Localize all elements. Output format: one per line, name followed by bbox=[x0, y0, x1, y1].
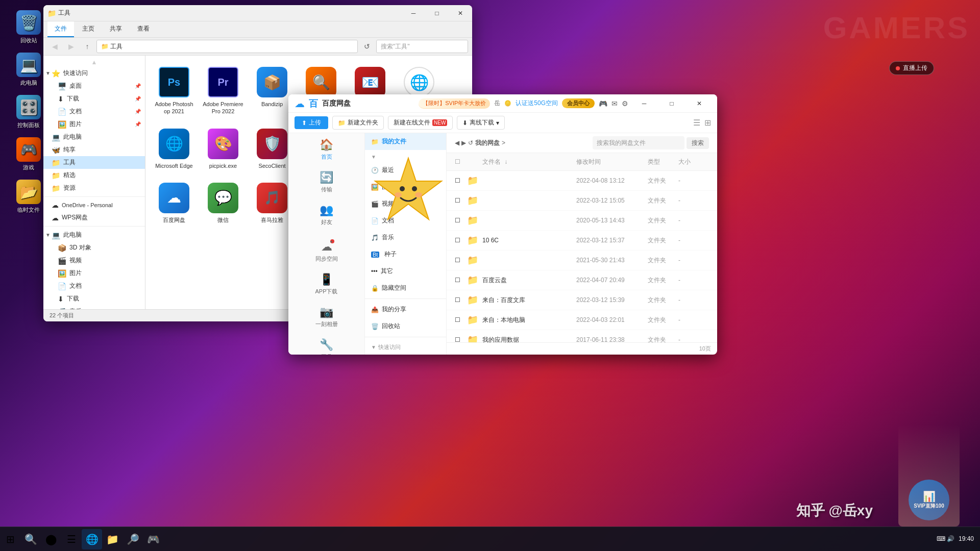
sidebar-resources[interactable]: 📁 资源 bbox=[43, 182, 145, 194]
search-app-taskbar[interactable]: 🔎 bbox=[122, 529, 143, 549]
desktop-icon-recycle[interactable]: 🗑️ 回收站 bbox=[10, 10, 47, 44]
sidebar-videos[interactable]: 🎬 视频 bbox=[43, 254, 145, 267]
select-all-checkbox[interactable]: ☐ bbox=[455, 158, 463, 165]
sidebar-this-pc[interactable]: 💻 此电脑 bbox=[43, 131, 145, 143]
file-row-5[interactable]: ☐ 📁 2021-05-30 21:43 文件夹 - bbox=[447, 251, 717, 270]
up-button[interactable]: ↑ bbox=[80, 40, 94, 53]
baidu-ad-text[interactable]: 【限时】SVIP年卡大放价 bbox=[419, 98, 490, 109]
sidebar-tools[interactable]: 📁 工具 bbox=[43, 156, 145, 169]
sidebar-documents-2[interactable]: 📄 文档 bbox=[43, 280, 145, 292]
download-button[interactable]: ⬇ 离线下载 ▾ bbox=[457, 116, 505, 130]
file-row-9[interactable]: ☐ 📁 我的应用数据 2017-06-11 23:38 文件夹 - bbox=[447, 330, 717, 342]
sidebar-wps-network[interactable]: ☁ WPS网盘 bbox=[43, 211, 145, 224]
tab-share[interactable]: 共享 bbox=[103, 21, 129, 37]
online-create-button[interactable]: 新建在线文件 NEW bbox=[388, 116, 453, 130]
search-button[interactable]: 搜索 bbox=[687, 137, 709, 149]
desktop-icon-games[interactable]: 🎮 游戏 bbox=[10, 137, 47, 171]
sort-icon[interactable]: ↓ bbox=[504, 158, 507, 165]
file-checkbox-8[interactable]: ☐ bbox=[455, 316, 463, 323]
baidu-game-icon[interactable]: 🎮 bbox=[599, 99, 607, 108]
start-button[interactable]: ⊞ bbox=[0, 529, 20, 549]
sidebar-music[interactable]: 🎵 音乐 bbox=[43, 305, 145, 309]
desktop-icon-pc[interactable]: 💻 此电脑 bbox=[10, 53, 47, 87]
file-item-bandizip[interactable]: 📦 Bandizip bbox=[250, 62, 295, 119]
maximize-button[interactable]: □ bbox=[425, 5, 449, 21]
breadcrumb-refresh[interactable]: ↺ bbox=[468, 139, 473, 146]
sidebar-desktop[interactable]: 🖥️ 桌面 📌 bbox=[43, 80, 145, 92]
file-row-6[interactable]: ☐ 📁 百度云盘 2022-04-07 20:49 文件夹 - bbox=[447, 270, 717, 290]
close-button[interactable]: ✕ bbox=[449, 5, 472, 21]
file-item-ximalaya[interactable]: 🎵 喜马拉雅 bbox=[250, 178, 295, 228]
minimize-button[interactable]: ─ bbox=[402, 5, 425, 21]
baidu-close[interactable]: ✕ bbox=[688, 95, 711, 112]
sidebar-downloads-2[interactable]: ⬇ 下载 bbox=[43, 292, 145, 305]
baidu-nav-app[interactable]: 📱 APP下载 bbox=[288, 268, 364, 300]
left-other[interactable]: ••• 其它 bbox=[365, 263, 446, 280]
tab-home[interactable]: 主页 bbox=[75, 21, 102, 37]
file-checkbox-1[interactable]: ☐ bbox=[455, 177, 463, 184]
file-item-picpick[interactable]: 🎨 picpick.exe bbox=[201, 123, 246, 173]
sidebar-chunjing[interactable]: 🦋 纯享 bbox=[43, 143, 145, 156]
file-item-seco[interactable]: 🛡️ SecoClient bbox=[250, 123, 295, 173]
new-folder-button[interactable]: 📁 新建文件夹 bbox=[332, 116, 384, 130]
widgets-button[interactable]: ☰ bbox=[61, 529, 82, 549]
baidu-search-bar[interactable]: 搜索我的网盘文件 bbox=[593, 136, 684, 149]
sidebar-quick-access[interactable]: ▼ ⭐ 快速访问 bbox=[43, 67, 145, 80]
file-checkbox-4[interactable]: ☐ bbox=[455, 237, 463, 244]
file-item-wechat[interactable]: 💬 微信 bbox=[201, 178, 246, 228]
sidebar-onedrive[interactable]: ☁ OneDrive - Personal bbox=[43, 199, 145, 211]
file-row-4[interactable]: ☐ 📁 10 6C 2022-03-12 15:37 文件夹 - bbox=[447, 231, 717, 251]
baidu-certify[interactable]: 认证送50G空间 bbox=[516, 99, 558, 108]
left-share[interactable]: 📤 我的分享 bbox=[365, 301, 446, 318]
file-checkbox-9[interactable]: ☐ bbox=[455, 336, 463, 342]
sidebar-documents[interactable]: 📄 文档 📌 bbox=[43, 105, 145, 118]
baidu-nav-sync[interactable]: ☁● 同步空间 bbox=[288, 235, 364, 268]
file-checkbox-7[interactable]: ☐ bbox=[455, 296, 463, 304]
file-row-1[interactable]: ☐ 📁 2022-04-08 13:12 文件夹 - bbox=[447, 171, 717, 191]
baidu-nav-home[interactable]: 🏠 首页 bbox=[288, 133, 364, 166]
edge-taskbar-icon[interactable]: 🌐 bbox=[82, 529, 102, 549]
file-row-7[interactable]: ☐ 📁 来自：百度文库 2022-03-12 15:39 文件夹 - bbox=[447, 290, 717, 310]
file-row-8[interactable]: ☐ 📁 来自：本地电脑 2022-04-03 22:01 文件夹 - bbox=[447, 310, 717, 330]
file-item-adobe-pr[interactable]: Pr Adobe Premiere Pro 2022 bbox=[201, 62, 246, 119]
baidu-settings-icon[interactable]: ⚙ bbox=[622, 99, 628, 108]
sidebar-pictures[interactable]: 🖼️ 图片 📌 bbox=[43, 118, 145, 131]
baidu-nav-moment[interactable]: 📷 一刻相册 bbox=[288, 300, 364, 333]
left-seeds[interactable]: Bt 种子 bbox=[365, 246, 446, 263]
breadcrumb-back[interactable]: ◀ bbox=[455, 139, 459, 146]
forward-button[interactable]: ▶ bbox=[64, 40, 78, 53]
task-view-button[interactable]: ⬤ bbox=[41, 529, 61, 549]
baidu-maximize[interactable]: □ bbox=[660, 95, 683, 112]
explorer-taskbar-icon[interactable]: 📁 bbox=[102, 529, 122, 549]
baidu-user-info[interactable]: 岳 bbox=[494, 99, 500, 108]
desktop-icon-temp[interactable]: 📂 临时文件 bbox=[10, 180, 47, 214]
back-button[interactable]: ◀ bbox=[47, 40, 62, 53]
sidebar-selected[interactable]: 📁 精选 bbox=[43, 169, 145, 182]
sidebar-pictures-2[interactable]: 🖼️ 图片 bbox=[43, 267, 145, 280]
tab-file[interactable]: 文件 bbox=[47, 21, 74, 37]
left-recycle[interactable]: 🗑️ 回收站 bbox=[365, 318, 446, 335]
file-checkbox-6[interactable]: ☐ bbox=[455, 277, 463, 284]
left-hidden[interactable]: 🔒 隐藏空间 bbox=[365, 280, 446, 296]
baidu-nav-transfer[interactable]: 🔄 传输 bbox=[288, 166, 364, 198]
sidebar-downloads[interactable]: ⬇ 下载 📌 bbox=[43, 92, 145, 105]
desktop-icon-control[interactable]: 🎛️ 控制面板 bbox=[10, 95, 47, 129]
file-checkbox-3[interactable]: ☐ bbox=[455, 217, 463, 224]
baidu-mail-icon[interactable]: ✉ bbox=[611, 99, 618, 108]
upload-button[interactable]: ⬆ 上传 bbox=[295, 116, 328, 129]
file-item-adobe-ps[interactable]: Ps Adobe Photoshop 2021 bbox=[152, 62, 197, 119]
live-button[interactable]: 直播上传 bbox=[889, 61, 934, 75]
file-row-2[interactable]: ☐ 📁 2022-03-12 15:05 文件夹 - bbox=[447, 191, 717, 211]
tab-view[interactable]: 查看 bbox=[130, 21, 157, 37]
breadcrumb-forward[interactable]: ▶ bbox=[461, 139, 466, 146]
baidu-minimize[interactable]: ─ bbox=[632, 95, 656, 112]
game-taskbar-icon[interactable]: 🎮 bbox=[143, 529, 163, 549]
grid-view-icon[interactable]: ⊞ bbox=[704, 118, 711, 128]
file-item-baidu-disk[interactable]: ☁ 百度网盘 bbox=[152, 178, 197, 228]
add-frequent-item[interactable]: + 添加常用文件夹 bbox=[365, 353, 446, 355]
baidu-nav-friends[interactable]: 👥 好友 bbox=[288, 198, 364, 231]
refresh-button[interactable]: ↺ bbox=[360, 40, 374, 53]
address-path[interactable]: 📁 工具 bbox=[96, 40, 358, 53]
baidu-nav-tools[interactable]: 🔧 工具 bbox=[288, 333, 364, 355]
list-view-icon[interactable]: ☰ bbox=[693, 118, 700, 128]
